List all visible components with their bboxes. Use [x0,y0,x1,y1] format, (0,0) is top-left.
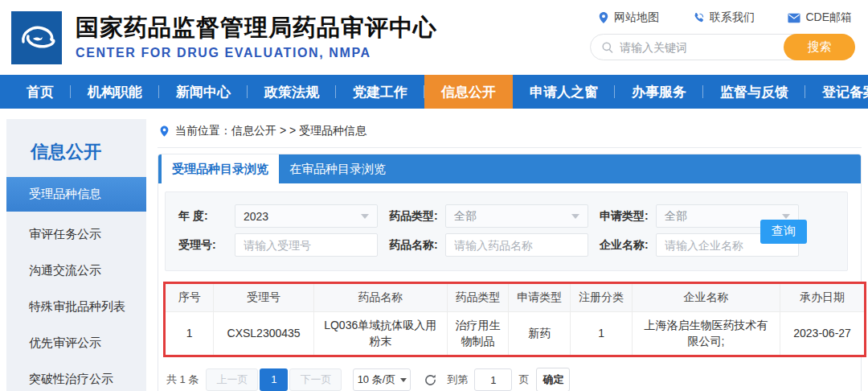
drug-name-label: 药品名称: [389,238,445,253]
cell-reg-class: 1 [571,311,632,355]
sidebar-item-review-tasks[interactable]: 审评任务公示 [6,216,146,253]
filter-group-accept-no: 受理号: [178,233,378,257]
accept-no-input[interactable] [235,233,378,257]
main-panel: 当前位置：信息公开 > > 受理品种信息 受理品种目录浏览 在审品种目录浏览 年… [158,119,862,391]
table-row[interactable]: 1 CXSL2300435 LQ036单域抗体吸入用粉末 治疗用生物制品 新药 … [166,311,864,355]
cell-date: 2023-06-27 [780,311,864,355]
tab-accepted-catalog[interactable]: 受理品种目录浏览 [162,154,279,183]
current-page-button[interactable]: 1 [260,368,288,391]
search-button[interactable]: 搜索 [784,34,855,60]
cell-company: 上海洛启生物医药技术有限公司; [632,311,780,355]
nav-item-functions[interactable]: 机构职能 [71,75,159,109]
results-table-highlight: 序号 受理号 药品名称 药品类型 申请类型 注册分类 企业名称 承办日期 1 [163,282,866,357]
nav-item-policy[interactable]: 政策法规 [248,75,336,109]
col-accept-no: 受理号 [214,284,313,311]
filter-group-drug-name: 药品名称: [389,233,588,257]
map-pin-icon [598,11,609,24]
year-label: 年 度: [178,209,235,224]
sidebar-item-accepted-varieties[interactable]: 受理品种信息 [6,177,146,212]
site-header: 国家药品监督管理局药品审评中心 CENTER FOR DRUG EVALUATI… [0,0,868,75]
prev-page-button[interactable]: 上一页 [206,368,258,391]
nav-item-applicant-window[interactable]: 申请人之窗 [513,75,615,109]
location-pin-icon [159,125,170,138]
breadcrumb-text: 当前位置：信息公开 > > 受理品种信息 [175,124,366,138]
next-page-button[interactable]: 下一页 [289,368,342,391]
results-table: 序号 受理号 药品名称 药品类型 申请类型 注册分类 企业名称 承办日期 1 [166,284,864,355]
drug-type-select[interactable]: 全部 [445,204,588,228]
refresh-icon [424,373,437,387]
nav-item-news[interactable]: 新闻中心 [159,75,248,109]
quick-links: 网站地图 联系我们 CDE邮箱 [590,10,855,25]
phone-icon [693,12,705,24]
contact-label: 联系我们 [710,10,755,25]
breadcrumb: 当前位置：信息公开 > > 受理品种信息 [158,119,862,148]
sidebar-title: 信息公开 [6,132,146,177]
site-subtitle: CENTER FOR DRUG EVALUATION, NMPA [76,46,437,60]
chevron-down-icon [782,214,790,219]
apply-type-label: 申请类型: [600,209,656,224]
mailbox-label: CDE邮箱 [805,10,852,25]
sidebar-item-breakthrough-therapy[interactable]: 突破性治疗公示 [6,361,146,391]
sidebar: 信息公开 受理品种信息 审评任务公示 沟通交流公示 特殊审批品种列表 优先审评公… [6,119,146,391]
nav-item-supervision[interactable]: 监督与反馈 [703,75,805,109]
filter-panel: 年 度: 2023 药品类型: 全部 申请类 [165,191,848,271]
content-card: 受理品种目录浏览 在审品种目录浏览 年 度: 2023 药品类型: [158,154,862,391]
filter-group-year: 年 度: 2023 [178,204,378,228]
total-count: 共 1 条 [166,372,199,387]
chevron-down-icon [571,214,579,219]
site-title: 国家药品监督管理局药品审评中心 [76,14,437,41]
sitemap-link[interactable]: 网站地图 [598,10,659,25]
cde-logo [11,11,62,64]
cell-seq: 1 [166,311,214,355]
cell-apply-type: 新药 [509,311,571,355]
header-right: 网站地图 联系我们 CDE邮箱 [590,10,855,60]
sidebar-item-special-approval[interactable]: 特殊审批品种列表 [6,289,146,325]
main-nav: 首页 机构职能 新闻中心 政策法规 党建工作 信息公开 申请人之窗 办事服务 监… [0,75,868,109]
nav-item-info-disclosure[interactable]: 信息公开 [424,75,513,109]
content-area: 信息公开 受理品种信息 审评任务公示 沟通交流公示 特殊审批品种列表 优先审评公… [0,109,868,391]
col-drug-name: 药品名称 [313,284,447,311]
col-reg-class: 注册分类 [571,284,632,311]
query-button[interactable]: 查询 [760,220,807,244]
col-date: 承办日期 [780,284,864,311]
filter-row-1: 年 度: 2023 药品类型: 全部 申请类 [178,204,847,228]
cell-drug-type: 治疗用生物制品 [447,311,508,355]
goto-page-input[interactable] [474,368,512,391]
mailbox-link[interactable]: CDE邮箱 [788,10,852,25]
filter-row-2: 受理号: 药品名称: 企业名称: [178,233,847,257]
table-header-row: 序号 受理号 药品名称 药品类型 申请类型 注册分类 企业名称 承办日期 [166,284,864,311]
accept-no-label: 受理号: [178,238,235,253]
nav-item-registration-platform[interactable]: 登记备案平台 [805,75,868,109]
page-size-select[interactable]: 10 条/页 [353,368,411,391]
col-seq: 序号 [166,284,214,311]
cell-drug-name: LQ036单域抗体吸入用粉末 [313,311,447,355]
refresh-button[interactable] [424,373,437,387]
contact-link[interactable]: 联系我们 [693,10,755,25]
nav-item-services[interactable]: 办事服务 [615,75,703,109]
mail-icon [788,13,800,23]
year-select[interactable]: 2023 [235,204,378,228]
nav-item-home[interactable]: 首页 [10,75,71,109]
sitemap-label: 网站地图 [614,10,659,25]
tab-under-review-catalog[interactable]: 在审品种目录浏览 [279,154,396,183]
cell-accept-no: CXSL2300435 [214,311,313,355]
cde-logo-swirl-icon [17,18,57,58]
tab-bar: 受理品种目录浏览 在审品种目录浏览 [158,154,861,183]
drug-type-label: 药品类型: [389,209,445,224]
confirm-button[interactable]: 确定 [536,368,570,391]
pagination: 共 1 条 上一页 1 下一页 10 条/页 到第 页 确定 [166,368,861,391]
drug-type-select-value: 全部 [454,209,571,224]
company-label: 企业名称: [600,238,656,253]
search-bar: 搜索 [590,34,855,60]
year-select-value: 2023 [244,210,361,223]
goto-label: 到第 [447,372,468,387]
nav-item-party[interactable]: 党建工作 [336,75,424,109]
page-size-value: 10 条/页 [358,372,396,387]
sidebar-item-priority-review[interactable]: 优先审评公示 [6,325,146,361]
drug-name-input[interactable] [445,233,588,257]
col-company: 企业名称 [632,284,780,311]
search-input[interactable] [620,41,784,54]
page-unit-label: 页 [518,372,529,387]
filter-group-drug-type: 药品类型: 全部 [389,204,588,228]
sidebar-item-communication[interactable]: 沟通交流公示 [6,253,146,289]
